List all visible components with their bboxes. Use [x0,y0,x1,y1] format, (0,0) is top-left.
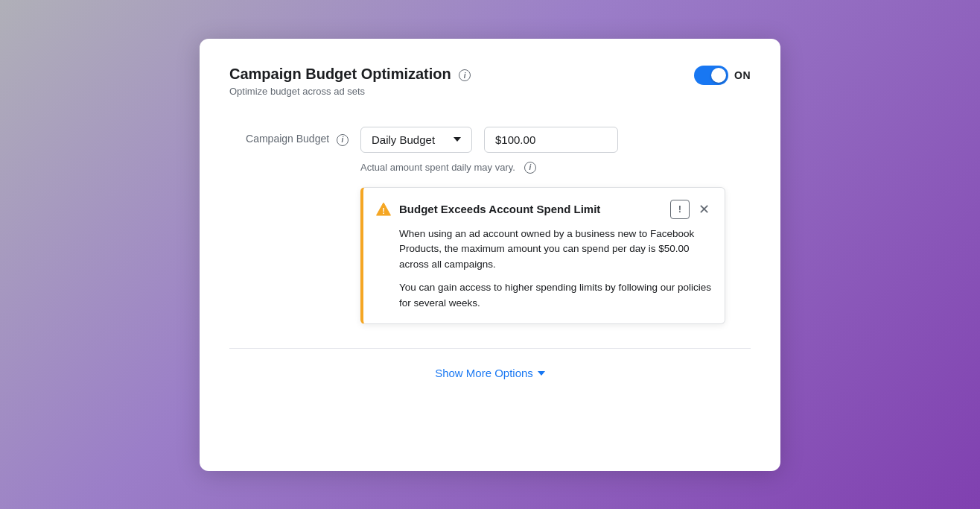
warning-body-line2: You can gain access to higher spending l… [399,280,711,312]
warning-box: ! Budget Exceeds Account Spend Limit ! ✕… [360,187,725,325]
budget-type-select[interactable]: Daily Budget [360,127,472,153]
header-text-group: Campaign Budget Optimization i Optimize … [229,66,471,97]
title-info-icon[interactable]: i [459,69,471,81]
warning-body: When using an ad account owned by a busi… [375,227,711,312]
toggle-thumb [711,68,726,83]
show-more-row: Show More Options [229,367,751,379]
warning-actions: ! ✕ [670,200,711,219]
show-more-chevron-icon [538,371,545,376]
campaign-budget-card: Campaign Budget Optimization i Optimize … [200,39,780,471]
section-divider [229,348,751,349]
warning-body-line1: When using an ad account owned by a busi… [399,227,711,274]
card-title: Campaign Budget Optimization i [229,66,471,83]
warning-close-button[interactable]: ✕ [697,203,711,216]
show-more-options-button[interactable]: Show More Options [435,367,545,379]
budget-type-label: Daily Budget [372,133,435,146]
warning-title: Budget Exceeds Account Spend Limit [399,203,663,215]
campaign-budget-label: Campaign Budget i [229,133,349,145]
chevron-down-icon [454,137,461,142]
show-more-label: Show More Options [435,367,533,379]
budget-amount-input[interactable] [484,127,618,153]
toggle-container: ON [694,66,751,85]
warning-header: ! Budget Exceeds Account Spend Limit ! ✕ [375,200,711,219]
header-subtitle: Optimize budget across ad sets [229,86,471,97]
card-header: Campaign Budget Optimization i Optimize … [229,66,751,97]
cbo-toggle[interactable] [694,66,728,85]
budget-info-icon[interactable]: i [337,134,349,146]
toggle-track[interactable] [694,66,728,85]
warning-info-button[interactable]: ! [670,200,690,219]
warning-triangle-icon: ! [375,201,392,218]
svg-text:!: ! [382,206,385,215]
budget-row: Campaign Budget i Daily Budget [229,127,751,153]
actual-amount-row: Actual amount spent daily may vary. i [360,162,751,174]
actual-amount-text: Actual amount spent daily may vary. [360,162,515,173]
campaign-budget-optimization-title: Campaign Budget Optimization [229,66,451,82]
campaign-budget-text: Campaign Budget [246,133,329,145]
toggle-label: ON [734,69,751,81]
actual-amount-info-icon[interactable]: i [524,162,536,174]
